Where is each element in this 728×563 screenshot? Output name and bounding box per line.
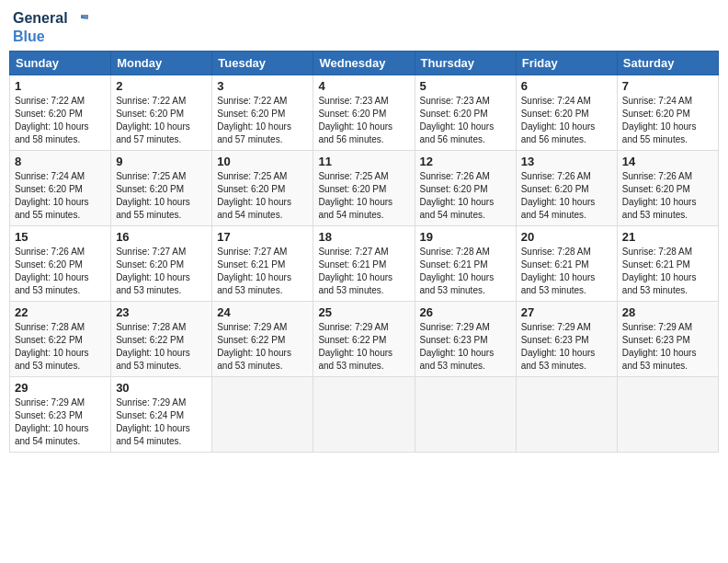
day-info: Sunrise: 7:27 AM Sunset: 6:21 PM Dayligh… — [217, 246, 308, 297]
day-info: Sunrise: 7:22 AM Sunset: 6:20 PM Dayligh… — [15, 95, 106, 146]
day-info: Sunrise: 7:24 AM Sunset: 6:20 PM Dayligh… — [15, 170, 106, 222]
empty-cell — [617, 376, 718, 452]
empty-cell — [313, 376, 415, 452]
day-cell-7: 7 Sunrise: 7:24 AM Sunset: 6:20 PM Dayli… — [617, 75, 718, 150]
day-number: 18 — [318, 230, 409, 244]
day-cell-10: 10 Sunrise: 7:25 AM Sunset: 6:20 PM Dayl… — [212, 150, 313, 225]
day-header-wednesday: Wednesday — [313, 51, 415, 75]
day-info: Sunrise: 7:24 AM Sunset: 6:20 PM Dayligh… — [622, 95, 713, 146]
calendar-header-row: SundayMondayTuesdayWednesdayThursdayFrid… — [10, 51, 719, 75]
day-info: Sunrise: 7:24 AM Sunset: 6:20 PM Dayligh… — [521, 95, 612, 146]
day-cell-22: 22 Sunrise: 7:28 AM Sunset: 6:22 PM Dayl… — [10, 301, 111, 376]
day-number: 30 — [116, 381, 207, 395]
day-number: 25 — [318, 305, 409, 319]
day-cell-17: 17 Sunrise: 7:27 AM Sunset: 6:21 PM Dayl… — [212, 225, 313, 301]
day-info: Sunrise: 7:28 AM Sunset: 6:22 PM Dayligh… — [15, 321, 106, 373]
day-info: Sunrise: 7:25 AM Sunset: 6:20 PM Dayligh… — [217, 170, 308, 222]
day-number: 16 — [116, 230, 207, 244]
day-info: Sunrise: 7:28 AM Sunset: 6:21 PM Dayligh… — [622, 246, 713, 297]
day-cell-15: 15 Sunrise: 7:26 AM Sunset: 6:20 PM Dayl… — [10, 225, 111, 301]
day-cell-1: 1 Sunrise: 7:22 AM Sunset: 6:20 PM Dayli… — [10, 75, 111, 150]
day-info: Sunrise: 7:26 AM Sunset: 6:20 PM Dayligh… — [521, 170, 612, 222]
day-number: 1 — [15, 79, 106, 93]
day-number: 4 — [318, 79, 409, 93]
day-info: Sunrise: 7:27 AM Sunset: 6:20 PM Dayligh… — [116, 246, 207, 297]
day-number: 17 — [217, 230, 308, 244]
day-number: 14 — [622, 155, 713, 168]
day-header-tuesday: Tuesday — [212, 51, 313, 75]
day-cell-24: 24 Sunrise: 7:29 AM Sunset: 6:22 PM Dayl… — [212, 301, 313, 376]
calendar-week-2: 8 Sunrise: 7:24 AM Sunset: 6:20 PM Dayli… — [10, 150, 719, 225]
logo-line1: General — [13, 9, 88, 28]
page-header: General Blue — [9, 9, 719, 45]
day-info: Sunrise: 7:28 AM Sunset: 6:21 PM Dayligh… — [521, 246, 612, 297]
day-number: 27 — [521, 305, 612, 319]
day-cell-28: 28 Sunrise: 7:29 AM Sunset: 6:23 PM Dayl… — [617, 301, 718, 376]
day-number: 12 — [420, 155, 511, 168]
day-cell-23: 23 Sunrise: 7:28 AM Sunset: 6:22 PM Dayl… — [111, 301, 212, 376]
day-info: Sunrise: 7:26 AM Sunset: 6:20 PM Dayligh… — [622, 170, 713, 222]
day-header-saturday: Saturday — [617, 51, 718, 75]
day-number: 22 — [15, 305, 106, 319]
logo: General Blue — [13, 9, 88, 45]
day-number: 29 — [15, 381, 106, 395]
day-info: Sunrise: 7:22 AM Sunset: 6:20 PM Dayligh… — [116, 95, 207, 146]
day-cell-18: 18 Sunrise: 7:27 AM Sunset: 6:21 PM Dayl… — [313, 225, 415, 301]
day-info: Sunrise: 7:28 AM Sunset: 6:22 PM Dayligh… — [116, 321, 207, 373]
calendar-table: SundayMondayTuesdayWednesdayThursdayFrid… — [9, 51, 719, 453]
day-info: Sunrise: 7:26 AM Sunset: 6:20 PM Dayligh… — [420, 170, 511, 222]
day-number: 8 — [15, 155, 106, 168]
day-cell-6: 6 Sunrise: 7:24 AM Sunset: 6:20 PM Dayli… — [516, 75, 617, 150]
day-cell-8: 8 Sunrise: 7:24 AM Sunset: 6:20 PM Dayli… — [10, 150, 111, 225]
day-info: Sunrise: 7:27 AM Sunset: 6:21 PM Dayligh… — [318, 246, 409, 297]
day-cell-2: 2 Sunrise: 7:22 AM Sunset: 6:20 PM Dayli… — [111, 75, 212, 150]
day-cell-5: 5 Sunrise: 7:23 AM Sunset: 6:20 PM Dayli… — [415, 75, 516, 150]
day-cell-3: 3 Sunrise: 7:22 AM Sunset: 6:20 PM Dayli… — [212, 75, 313, 150]
day-number: 5 — [420, 79, 511, 93]
day-cell-26: 26 Sunrise: 7:29 AM Sunset: 6:23 PM Dayl… — [415, 301, 516, 376]
day-number: 3 — [217, 79, 308, 93]
day-cell-27: 27 Sunrise: 7:29 AM Sunset: 6:23 PM Dayl… — [516, 301, 617, 376]
day-number: 6 — [521, 79, 612, 93]
day-cell-11: 11 Sunrise: 7:25 AM Sunset: 6:20 PM Dayl… — [313, 150, 415, 225]
day-info: Sunrise: 7:29 AM Sunset: 6:24 PM Dayligh… — [116, 396, 207, 448]
day-info: Sunrise: 7:25 AM Sunset: 6:20 PM Dayligh… — [116, 170, 207, 222]
day-info: Sunrise: 7:25 AM Sunset: 6:20 PM Dayligh… — [318, 170, 409, 222]
logo-bird-icon — [72, 11, 88, 28]
day-cell-19: 19 Sunrise: 7:28 AM Sunset: 6:21 PM Dayl… — [415, 225, 516, 301]
empty-cell — [516, 376, 617, 452]
day-number: 9 — [116, 155, 207, 168]
day-info: Sunrise: 7:28 AM Sunset: 6:21 PM Dayligh… — [420, 246, 511, 297]
empty-cell — [212, 376, 313, 452]
day-number: 11 — [318, 155, 409, 168]
day-cell-21: 21 Sunrise: 7:28 AM Sunset: 6:21 PM Dayl… — [617, 225, 718, 301]
day-info: Sunrise: 7:22 AM Sunset: 6:20 PM Dayligh… — [217, 95, 308, 146]
day-number: 13 — [521, 155, 612, 168]
day-number: 7 — [622, 79, 713, 93]
day-number: 2 — [116, 79, 207, 93]
day-info: Sunrise: 7:29 AM Sunset: 6:22 PM Dayligh… — [318, 321, 409, 373]
empty-cell — [415, 376, 516, 452]
calendar-week-5: 29 Sunrise: 7:29 AM Sunset: 6:23 PM Dayl… — [10, 376, 719, 452]
logo-container: General Blue — [13, 9, 88, 45]
day-number: 21 — [622, 230, 713, 244]
day-info: Sunrise: 7:29 AM Sunset: 6:23 PM Dayligh… — [521, 321, 612, 373]
day-header-monday: Monday — [111, 51, 212, 75]
day-header-friday: Friday — [516, 51, 617, 75]
day-header-thursday: Thursday — [415, 51, 516, 75]
day-number: 26 — [420, 305, 511, 319]
day-cell-9: 9 Sunrise: 7:25 AM Sunset: 6:20 PM Dayli… — [111, 150, 212, 225]
day-info: Sunrise: 7:29 AM Sunset: 6:22 PM Dayligh… — [217, 321, 308, 373]
calendar-week-3: 15 Sunrise: 7:26 AM Sunset: 6:20 PM Dayl… — [10, 225, 719, 301]
day-info: Sunrise: 7:29 AM Sunset: 6:23 PM Dayligh… — [15, 396, 106, 448]
day-number: 28 — [622, 305, 713, 319]
day-number: 23 — [116, 305, 207, 319]
day-info: Sunrise: 7:26 AM Sunset: 6:20 PM Dayligh… — [15, 246, 106, 297]
calendar-week-4: 22 Sunrise: 7:28 AM Sunset: 6:22 PM Dayl… — [10, 301, 719, 376]
day-cell-16: 16 Sunrise: 7:27 AM Sunset: 6:20 PM Dayl… — [111, 225, 212, 301]
day-cell-12: 12 Sunrise: 7:26 AM Sunset: 6:20 PM Dayl… — [415, 150, 516, 225]
day-info: Sunrise: 7:23 AM Sunset: 6:20 PM Dayligh… — [420, 95, 511, 146]
day-cell-13: 13 Sunrise: 7:26 AM Sunset: 6:20 PM Dayl… — [516, 150, 617, 225]
day-number: 20 — [521, 230, 612, 244]
day-cell-20: 20 Sunrise: 7:28 AM Sunset: 6:21 PM Dayl… — [516, 225, 617, 301]
